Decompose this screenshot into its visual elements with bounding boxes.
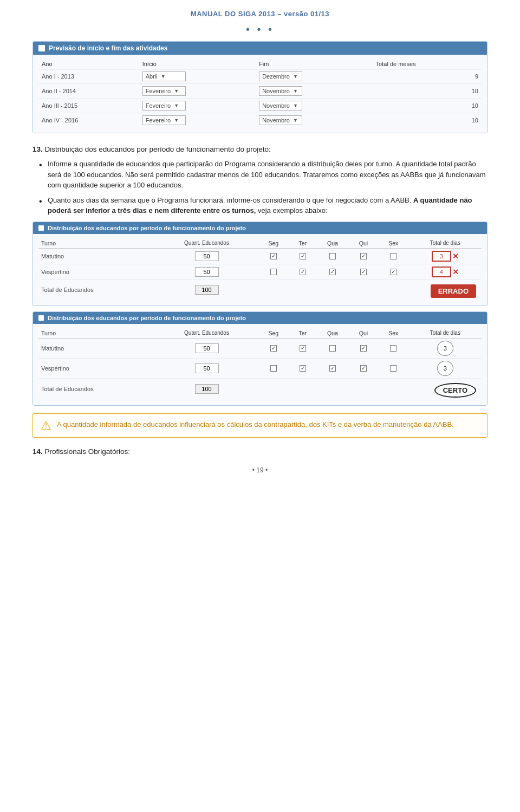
section-13-bullets: Informe a quantidade de educandos que pa… [32,159,487,216]
inicio-cell-1: Fevereiro ▼ [139,84,256,99]
table-row: Ano IV - 2016 Fevereiro ▼ Novembro ▼ 10 [38,113,482,128]
col-total-c: Total de dias [409,328,482,339]
section-13-title: 13. Distribuição dos educandos por perío… [32,145,487,153]
days-input-mat-e[interactable] [432,251,451,262]
x-mark-vesp: ✕ [452,268,459,276]
seg-vesp-e [258,264,289,280]
fim-cell-3: Novembro ▼ [256,113,372,128]
ano-cell-1: Ano II - 2014 [38,84,139,99]
qty-input-vesp-e[interactable] [195,267,219,277]
table-row: Vespertino ✕ [38,264,482,280]
qty-input-mat-c[interactable] [195,343,219,353]
total-qty-c[interactable] [195,384,219,394]
checkbox-seg-vesp-e[interactable] [270,269,277,275]
col-sex-e: Sex [378,238,409,249]
quant-vesp-c [155,358,257,378]
errado-panel-header: Distribuição dos educandos por período d… [33,222,487,234]
checkbox-ter-vesp-e[interactable] [300,269,306,275]
col-total-meses: Total de meses [373,59,482,69]
col-ano: Ano [38,59,139,69]
panel-icon-square [38,45,45,51]
ano-cell-3: Ano IV - 2016 [38,113,139,128]
quant-vesp-e [155,264,257,280]
previsao-panel-title: Previsão de início e fim das atividades [49,44,167,52]
days-input-vesp-c[interactable] [437,361,453,376]
inicio-cell-2: Fevereiro ▼ [139,99,256,113]
page-header: MANUAL DO SIGA 2013 – versão 01/13 [0,0,520,23]
qty-input-mat-e[interactable] [195,251,219,261]
total-row-e: Total de Educandos ERRADO [38,280,482,300]
checkbox-sex-mat-c[interactable] [390,345,396,352]
qui-vesp-c [349,358,378,378]
total-vesp-c [409,358,482,378]
checkbox-qua-vesp-e[interactable] [329,269,336,275]
seg-mat-c [258,338,289,358]
checkbox-seg-mat-e[interactable] [270,253,277,259]
fim-cell-2: Novembro ▼ [256,99,372,113]
checkbox-seg-vesp-c[interactable] [270,365,277,372]
ano-cell-0: Ano I - 2013 [38,69,139,84]
checkbox-ter-mat-c[interactable] [300,345,306,352]
certo-panel-title: Distribuição dos educandos por período d… [48,315,246,321]
checkbox-qua-vesp-c[interactable] [329,365,336,372]
days-input-mat-c[interactable] [437,341,453,356]
panel-icon-square-2 [38,225,44,231]
inicio-cell-0: Abril ▼ [139,69,256,84]
col-qua-e: Qua [316,238,349,249]
bullet-2: Quanto aos dias da semana que o Programa… [38,195,487,216]
section-14-title: 14. Profissionais Obrigatórios: [32,447,487,456]
table-row: Matutino [38,338,482,358]
warning-text: A quantidade informada de educandos infl… [57,419,454,430]
certo-label: CERTO [434,383,476,398]
checkbox-seg-mat-c[interactable] [270,345,277,352]
col-ter-c: Ter [289,328,316,339]
checkbox-ter-mat-e[interactable] [300,253,306,259]
certo-panel-header: Distribuição dos educandos por período d… [33,312,487,324]
turno-matutino-c: Matutino [38,338,155,358]
previsao-panel-header: Previsão de início e fim das atividades [33,42,487,55]
checkbox-sex-mat-e[interactable] [390,253,396,259]
previsao-panel: Previsão de início e fim das atividades … [32,41,487,133]
checkbox-qui-mat-e[interactable] [360,253,367,259]
errado-panel-title: Distribuição dos educandos por período d… [48,225,246,231]
total-cell-0: 9 [373,69,482,84]
total-educandos-label-c: Total de Educandos [38,378,155,400]
qty-input-vesp-c[interactable] [195,363,219,373]
checkbox-qui-mat-c[interactable] [360,345,367,352]
days-input-vesp-e[interactable] [432,267,451,277]
previsao-table: Ano Início Fim Total de meses Ano I - 20… [38,59,482,127]
qui-vesp-e [349,264,378,280]
ter-mat-c [289,338,316,358]
total-cell-3: 10 [373,113,482,128]
checkbox-qui-vesp-c[interactable] [360,365,367,372]
turno-vesp-e: Vespertino [38,264,155,280]
bullet-1: Informe a quantidade de educandos que pa… [38,159,487,191]
checkbox-sex-vesp-e[interactable] [390,269,396,275]
checkbox-qui-vesp-e[interactable] [360,269,367,275]
checkbox-ter-vesp-c[interactable] [300,365,306,372]
total-qty-e[interactable] [195,285,219,295]
sex-vesp-c [378,358,409,378]
total-cell-1: 10 [373,84,482,99]
col-seg-c: Seg [258,328,289,339]
checkbox-qua-mat-e[interactable] [329,253,336,259]
seg-vesp-c [258,358,289,378]
total-row-c: Total de Educandos CERTO [38,378,482,400]
ter-vesp-e [289,264,316,280]
checkbox-sex-vesp-c[interactable] [390,365,396,372]
dot-nav: • • • [0,23,520,36]
fim-cell-1: Novembro ▼ [256,84,372,99]
checkbox-qua-mat-c[interactable] [329,345,336,352]
table-row: Ano II - 2014 Fevereiro ▼ Novembro ▼ 10 [38,84,482,99]
col-inicio: Início [139,59,256,69]
col-total-e: Total de dias [409,238,482,249]
errado-panel: Distribuição dos educandos por período d… [32,222,487,306]
page-title: MANUAL DO SIGA 2013 – versão 01/13 [191,10,329,18]
ter-vesp-c [289,358,316,378]
col-sex-c: Sex [378,328,409,339]
turno-matutino-e: Matutino [38,248,155,264]
total-cell-2: 10 [373,99,482,113]
total-mat-c [409,338,482,358]
total-educandos-label-e: Total de Educandos [38,280,155,300]
total-vesp-e: ✕ [409,264,482,280]
